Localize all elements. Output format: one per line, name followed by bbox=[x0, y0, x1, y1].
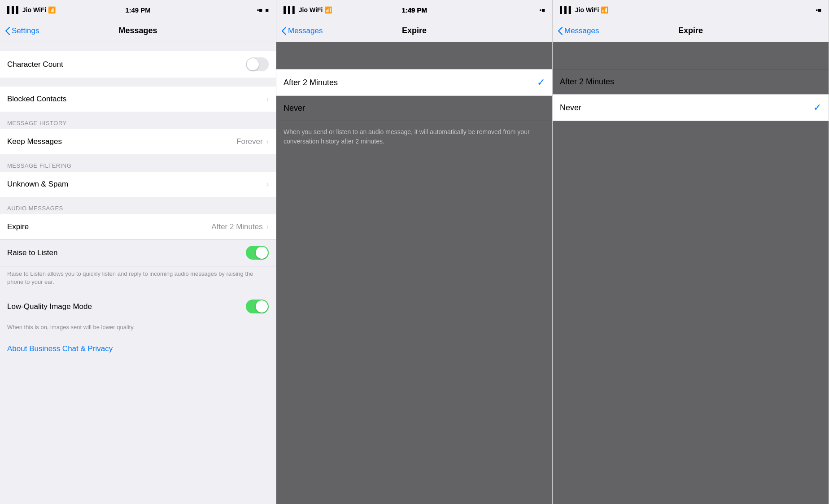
keep-messages-chevron: › bbox=[266, 138, 269, 146]
sep-1 bbox=[0, 78, 276, 87]
blocked-contacts-chevron: › bbox=[266, 95, 269, 103]
row-character-count[interactable]: Character Count bbox=[0, 51, 276, 78]
back-button-2[interactable]: Messages bbox=[282, 26, 323, 35]
low-quality-label: Low-Quality Image Mode bbox=[7, 302, 246, 311]
content-1: Character Count Blocked Contacts › MESSA… bbox=[0, 42, 276, 504]
option-never[interactable]: Never bbox=[276, 96, 552, 121]
expire-chevron: › bbox=[266, 223, 269, 231]
panel-expire-2min: ▌▌▌ Jio WiFi 📶 1:49 PM ▪■ Messages Expir… bbox=[276, 0, 553, 504]
option-never-label-3: Never bbox=[560, 103, 813, 113]
checkmark-never-3: ✓ bbox=[813, 102, 821, 113]
keep-messages-label: Keep Messages bbox=[7, 137, 236, 146]
battery-icon-1: ▪■ bbox=[257, 7, 262, 13]
dark-area-3 bbox=[553, 121, 829, 504]
keep-messages-value: Forever bbox=[236, 137, 263, 146]
unknown-spam-label: Unknown & Spam bbox=[7, 180, 266, 189]
carrier-3: ▌▌▌ Jio WiFi 📶 bbox=[560, 6, 608, 13]
section-audio-messages: AUDIO MESSAGES bbox=[0, 197, 276, 214]
status-right-1: ▪■ ■ bbox=[257, 7, 269, 13]
group-low-quality: Low-Quality Image Mode bbox=[0, 293, 276, 320]
nav-bar-2: Messages Expire bbox=[276, 20, 552, 42]
panel-expire-never: ▌▌▌ Jio WiFi 📶 1:49 PM ▪■ Messages Expir… bbox=[553, 0, 829, 504]
option-2min[interactable]: After 2 Minutes ✓ bbox=[276, 69, 552, 96]
wifi-icon-3: 📶 bbox=[601, 6, 608, 13]
low-quality-toggle[interactable] bbox=[246, 300, 269, 313]
about-link-container: About Business Chat & Privacy bbox=[0, 339, 276, 359]
nav-title-2: Expire bbox=[402, 26, 427, 35]
character-count-toggle[interactable] bbox=[246, 57, 269, 71]
dark-area-2 bbox=[276, 155, 552, 504]
battery-icon-2: ▪■ bbox=[540, 7, 545, 13]
row-unknown-spam[interactable]: Unknown & Spam › bbox=[0, 172, 276, 197]
expire-value: After 2 Minutes bbox=[211, 222, 262, 231]
raise-listen-toggle[interactable] bbox=[246, 246, 269, 260]
back-button-3[interactable]: Messages bbox=[558, 26, 599, 35]
option-2min-3[interactable]: After 2 Minutes bbox=[553, 69, 829, 94]
raise-listen-desc: Raise to Listen allows you to quickly li… bbox=[0, 266, 276, 293]
group-audio: Expire After 2 Minutes › Raise to Listen bbox=[0, 214, 276, 266]
group-keep-messages: Keep Messages Forever › bbox=[0, 129, 276, 154]
row-raise-to-listen[interactable]: Raise to Listen bbox=[0, 239, 276, 266]
row-blocked-contacts[interactable]: Blocked Contacts › bbox=[0, 87, 276, 112]
nav-bar-1: Settings Messages bbox=[0, 20, 276, 42]
back-button-1[interactable]: Settings bbox=[5, 26, 39, 35]
status-right-2: ▪■ bbox=[540, 7, 545, 13]
wifi-icon-1: 📶 bbox=[48, 6, 56, 13]
top-dark-3 bbox=[553, 42, 829, 69]
signal-bars-3: ▌▌▌ bbox=[560, 6, 573, 13]
carrier-1: ▌▌▌ Jio WiFi 📶 bbox=[7, 6, 56, 13]
signal-bars-1: ▌▌▌ bbox=[7, 6, 21, 13]
option-2min-label: After 2 Minutes bbox=[284, 78, 537, 87]
group-character-count: Character Count bbox=[0, 51, 276, 78]
toggle-knob-rl bbox=[256, 247, 268, 259]
panel-messages: ▌▌▌ Jio WiFi 📶 1:49 PM ▪■ ■ Settings Mes… bbox=[0, 0, 276, 504]
time-1: 1:49 PM bbox=[125, 6, 151, 14]
wifi-icon-2: 📶 bbox=[324, 6, 332, 13]
nav-title-3: Expire bbox=[678, 26, 703, 35]
option-never-label: Never bbox=[284, 104, 545, 113]
sep-top-1 bbox=[0, 42, 276, 51]
status-right-3: ▪■ bbox=[816, 7, 821, 13]
nav-title-1: Messages bbox=[118, 26, 157, 35]
expire-desc: When you send or listen to an audio mess… bbox=[284, 128, 530, 145]
toggle-knob-lq bbox=[256, 300, 268, 313]
expire-desc-container: When you send or listen to an audio mess… bbox=[276, 121, 552, 155]
toggle-knob-cc bbox=[247, 58, 259, 70]
signal-bars-2: ▌▌▌ bbox=[284, 6, 297, 13]
blocked-contacts-label: Blocked Contacts bbox=[7, 95, 266, 104]
option-2min-label-3: After 2 Minutes bbox=[560, 77, 821, 87]
row-expire[interactable]: Expire After 2 Minutes › bbox=[0, 214, 276, 239]
option-never-3[interactable]: Never ✓ bbox=[553, 94, 829, 121]
about-link[interactable]: About Business Chat & Privacy bbox=[7, 344, 113, 353]
low-quality-desc: When this is on, images sent will be low… bbox=[0, 320, 276, 339]
group-blocked: Blocked Contacts › bbox=[0, 87, 276, 112]
battery-bar-1: ■ bbox=[265, 7, 269, 13]
carrier-2: ▌▌▌ Jio WiFi 📶 bbox=[284, 6, 332, 13]
group-unknown-spam: Unknown & Spam › bbox=[0, 172, 276, 197]
expire-label: Expire bbox=[7, 222, 211, 231]
character-count-label: Character Count bbox=[7, 60, 246, 69]
checkmark-2min: ✓ bbox=[537, 77, 545, 88]
raise-listen-label: Raise to Listen bbox=[7, 248, 246, 257]
top-dark-2 bbox=[276, 42, 552, 69]
unknown-spam-chevron: › bbox=[266, 180, 269, 188]
status-bar-1: ▌▌▌ Jio WiFi 📶 1:49 PM ▪■ ■ bbox=[0, 0, 276, 20]
battery-icon-3: ▪■ bbox=[816, 7, 821, 13]
row-keep-messages[interactable]: Keep Messages Forever › bbox=[0, 129, 276, 154]
nav-bar-3: Messages Expire bbox=[553, 20, 829, 42]
status-bar-3: ▌▌▌ Jio WiFi 📶 1:49 PM ▪■ bbox=[553, 0, 829, 20]
section-message-filtering: MESSAGE FILTERING bbox=[0, 154, 276, 172]
row-low-quality[interactable]: Low-Quality Image Mode bbox=[0, 293, 276, 320]
section-message-history: MESSAGE HISTORY bbox=[0, 112, 276, 129]
